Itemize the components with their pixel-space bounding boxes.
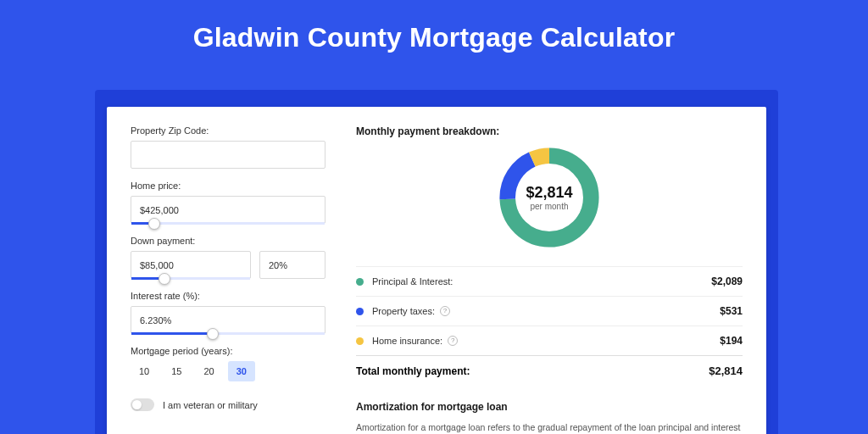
zip-input[interactable] bbox=[131, 141, 326, 169]
interest-slider[interactable] bbox=[131, 332, 325, 335]
breakdown-label-ins: Home insurance:? bbox=[372, 336, 720, 346]
down-payment-field: Down payment: bbox=[131, 236, 326, 279]
down-payment-slider-thumb[interactable] bbox=[159, 273, 170, 285]
help-icon[interactable]: ? bbox=[448, 336, 458, 346]
total-value: $2,814 bbox=[709, 364, 743, 377]
home-price-field: Home price: bbox=[131, 181, 326, 224]
donut-center: $2,814 per month bbox=[494, 142, 604, 253]
amortization-block: Amortization for mortgage loan Amortizat… bbox=[356, 401, 743, 434]
period-label: Mortgage period (years): bbox=[131, 346, 326, 356]
period-button-10[interactable]: 10 bbox=[131, 361, 158, 381]
down-payment-label: Down payment: bbox=[131, 236, 326, 246]
interest-input-wrap bbox=[131, 306, 326, 334]
form-panel: Property Zip Code: Home price: Down paym… bbox=[107, 107, 344, 434]
veteran-label: I am veteran or military bbox=[163, 400, 258, 410]
period-buttons: 10152030 bbox=[131, 361, 326, 381]
zip-label: Property Zip Code: bbox=[131, 125, 326, 136]
legend-dot-pi bbox=[356, 278, 364, 286]
home-price-input[interactable] bbox=[131, 196, 326, 224]
interest-label: Interest rate (%): bbox=[131, 291, 326, 301]
breakdown-row-ins: Home insurance:?$194 bbox=[356, 326, 743, 355]
donut-amount: $2,814 bbox=[526, 184, 572, 202]
down-payment-input-wrap bbox=[131, 251, 251, 279]
breakdown-rows: Principal & Interest:$2,089Property taxe… bbox=[356, 266, 743, 355]
page-title: Gladwin County Mortgage Calculator bbox=[0, 0, 868, 72]
veteran-row: I am veteran or military bbox=[131, 398, 326, 411]
breakdown-label-tax: Property taxes:? bbox=[372, 306, 720, 316]
period-button-15[interactable]: 15 bbox=[163, 361, 190, 381]
interest-slider-fill bbox=[131, 332, 213, 335]
amortization-title: Amortization for mortgage loan bbox=[356, 401, 743, 413]
legend-dot-tax bbox=[356, 308, 364, 315]
breakdown-value-tax: $531 bbox=[720, 305, 743, 317]
period-button-30[interactable]: 30 bbox=[228, 361, 255, 381]
period-field: Mortgage period (years): 10152030 bbox=[131, 346, 326, 381]
interest-field: Interest rate (%): bbox=[131, 291, 326, 334]
home-price-slider-thumb[interactable] bbox=[148, 218, 160, 230]
total-label: Total monthly payment: bbox=[356, 365, 709, 377]
veteran-toggle[interactable] bbox=[131, 398, 154, 411]
total-row: Total monthly payment: $2,814 bbox=[356, 355, 743, 386]
amortization-body: Amortization for a mortgage loan refers … bbox=[356, 421, 743, 434]
interest-input[interactable] bbox=[131, 306, 326, 334]
period-button-20[interactable]: 20 bbox=[196, 361, 223, 381]
breakdown-value-pi: $2,089 bbox=[711, 275, 743, 287]
down-payment-pct-input[interactable] bbox=[259, 251, 326, 279]
donut-chart: $2,814 per month bbox=[356, 142, 743, 253]
breakdown-title: Monthly payment breakdown: bbox=[356, 125, 743, 137]
breakdown-row-tax: Property taxes:?$531 bbox=[356, 296, 743, 326]
interest-slider-thumb[interactable] bbox=[207, 328, 219, 340]
down-payment-slider[interactable] bbox=[131, 277, 250, 280]
breakdown-row-pi: Principal & Interest:$2,089 bbox=[356, 266, 743, 296]
home-price-label: Home price: bbox=[131, 181, 326, 191]
zip-field: Property Zip Code: bbox=[131, 125, 326, 169]
breakdown-value-ins: $194 bbox=[720, 335, 743, 347]
breakdown-label-pi: Principal & Interest: bbox=[372, 276, 711, 287]
home-price-slider[interactable] bbox=[131, 222, 325, 225]
down-payment-input[interactable] bbox=[131, 251, 251, 279]
legend-dot-ins bbox=[356, 337, 364, 345]
breakdown-panel: Monthly payment breakdown: $2,814 per mo… bbox=[344, 107, 766, 434]
calculator-card: Property Zip Code: Home price: Down paym… bbox=[107, 107, 766, 434]
help-icon[interactable]: ? bbox=[440, 306, 450, 316]
home-price-input-wrap bbox=[131, 196, 326, 224]
donut-sublabel: per month bbox=[530, 202, 568, 211]
